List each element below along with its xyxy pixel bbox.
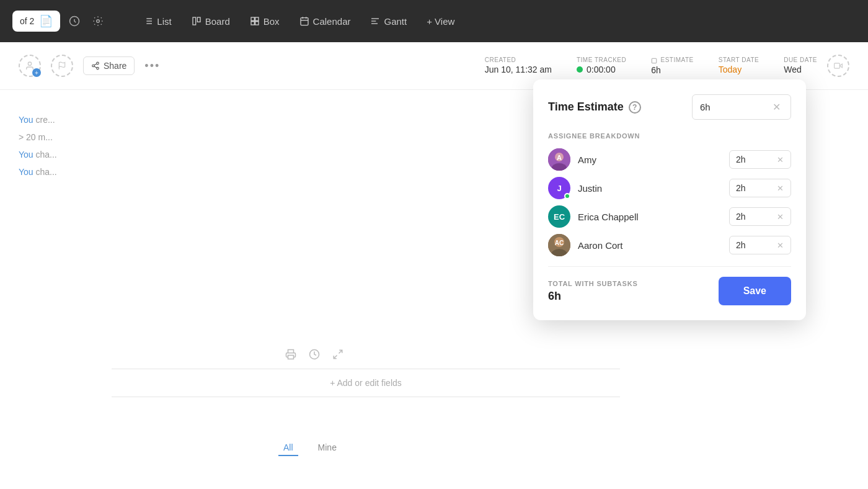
tab-all[interactable]: All — [278, 440, 298, 456]
svg-rect-30 — [288, 356, 294, 359]
nav-item-list[interactable]: List — [136, 12, 179, 30]
created-value: Jun 10, 11:32 am — [485, 65, 552, 74]
popup-title-text: Time Estimate — [548, 101, 624, 114]
svg-line-26 — [94, 66, 97, 68]
assignee-avatar-justin-wrap: J — [548, 177, 570, 199]
popup-header: Time Estimate ? ✕ — [548, 94, 791, 120]
toolbar-meta: CREATED Jun 10, 11:32 am TIME TRACKED 0:… — [485, 56, 817, 74]
svg-point-24 — [92, 65, 95, 67]
timer-dot — [577, 66, 583, 73]
svg-point-25 — [97, 67, 99, 70]
nav-box-label: Box — [264, 16, 280, 27]
start-date-meta: START DATE Today — [719, 56, 759, 74]
assignee-input-justin[interactable] — [736, 183, 773, 193]
svg-rect-12 — [251, 22, 254, 25]
activity-you-1: You — [19, 115, 33, 125]
nav-item-box[interactable]: Box — [242, 12, 287, 30]
add-edit-fields-button[interactable]: + Add or edit fields — [112, 369, 620, 397]
svg-rect-28 — [652, 58, 657, 63]
popup-title: Time Estimate ? — [548, 101, 641, 114]
assignee-input-erica[interactable] — [736, 212, 773, 222]
svg-rect-14 — [301, 18, 308, 25]
time-tracked-label: TIME TRACKED — [577, 56, 626, 63]
document-icon: 📄 — [39, 14, 53, 28]
nav-gantt-label: Gantt — [384, 16, 407, 27]
assignee-avatar-add[interactable]: + — [19, 55, 41, 77]
top-navigation: of 2 📄 List Board Box Calendar Gantt + V… — [0, 0, 868, 42]
assignee-input-wrap-justin[interactable]: ✕ — [729, 179, 791, 197]
expand-icon[interactable] — [332, 349, 343, 363]
nav-item-gantt[interactable]: Gantt — [363, 12, 414, 30]
assignee-input-aaron[interactable] — [736, 240, 773, 250]
assignee-clear-amy[interactable]: ✕ — [777, 155, 784, 164]
svg-point-21 — [28, 62, 31, 65]
justin-online-indicator — [564, 193, 570, 199]
save-button[interactable]: Save — [719, 277, 791, 305]
svg-point-1 — [97, 20, 100, 23]
time-estimate-popup: Time Estimate ? ✕ ASSIGNEE BREAKDOWN A A… — [533, 79, 806, 320]
assignee-breakdown-label: ASSIGNEE BREAKDOWN — [548, 132, 791, 140]
assignee-clear-aaron[interactable]: ✕ — [777, 241, 784, 250]
svg-text:A: A — [557, 154, 562, 161]
estimate-label: ESTIMATE — [651, 56, 694, 63]
due-date-meta: DUE DATE Wed — [784, 56, 817, 74]
svg-rect-11 — [255, 17, 258, 20]
assignee-name-amy: Amy — [578, 155, 722, 165]
estimate-input-container[interactable]: ✕ — [692, 94, 791, 120]
aaron-avatar-svg: AC — [548, 234, 570, 256]
estimate-clear-button[interactable]: ✕ — [770, 99, 783, 115]
print-icon[interactable] — [285, 349, 296, 363]
assignee-avatar-aaron: AC — [548, 234, 570, 256]
assignee-row-erica: EC Erica Chappell ✕ — [548, 205, 791, 228]
nav-item-calendar[interactable]: Calendar — [292, 12, 358, 30]
help-icon[interactable]: ? — [629, 101, 641, 114]
nav-icon-btn-2[interactable] — [89, 12, 107, 30]
svg-rect-9 — [197, 17, 200, 22]
assignee-name-justin: Justin — [578, 183, 722, 194]
assignee-row-justin: J Justin ✕ — [548, 177, 791, 199]
start-date-value: Today — [719, 65, 759, 74]
page-indicator[interactable]: of 2 📄 — [12, 11, 60, 32]
assignee-input-amy[interactable] — [736, 155, 773, 164]
share-label: Share — [104, 61, 126, 71]
total-section: TOTAL WITH SUBTASKS 6h — [548, 280, 638, 303]
flag-button[interactable] — [51, 55, 73, 77]
created-meta: CREATED Jun 10, 11:32 am — [485, 56, 552, 74]
estimate-meta[interactable]: ESTIMATE 6h — [651, 56, 694, 74]
svg-rect-8 — [193, 17, 196, 25]
assignee-clear-erica[interactable]: ✕ — [777, 212, 784, 222]
due-date-value: Wed — [784, 65, 817, 74]
tab-mine[interactable]: Mine — [313, 440, 342, 456]
svg-rect-13 — [255, 22, 258, 25]
assignee-input-wrap-erica[interactable]: ✕ — [729, 207, 791, 226]
nav-calendar-label: Calendar — [313, 16, 351, 27]
page-indicator-text: of 2 — [20, 16, 34, 26]
nav-item-board[interactable]: Board — [184, 12, 237, 30]
assignee-avatar-amy: A — [548, 148, 570, 171]
history-icon[interactable] — [309, 349, 320, 363]
created-label: CREATED — [485, 56, 552, 63]
svg-point-23 — [97, 62, 99, 65]
camera-button[interactable] — [827, 55, 849, 77]
assignee-clear-justin[interactable]: ✕ — [777, 184, 784, 193]
action-icons — [285, 349, 343, 363]
activity-you-3: You — [19, 150, 33, 159]
total-value: 6h — [548, 290, 638, 303]
svg-rect-29 — [835, 63, 840, 68]
svg-line-27 — [94, 64, 97, 65]
nav-list-label: List — [157, 16, 171, 27]
assignee-input-wrap-amy[interactable]: ✕ — [729, 150, 791, 169]
assignee-input-wrap-aaron[interactable]: ✕ — [729, 236, 791, 254]
estimate-main-input[interactable] — [700, 102, 765, 112]
share-button[interactable]: Share — [83, 56, 135, 75]
svg-rect-10 — [251, 17, 254, 20]
total-label: TOTAL WITH SUBTASKS — [548, 280, 638, 287]
assignee-name-aaron: Aaron Cort — [578, 240, 722, 251]
more-options-button[interactable]: ••• — [144, 60, 160, 73]
due-date-label: DUE DATE — [784, 56, 817, 63]
assignee-avatar-erica: EC — [548, 205, 570, 228]
nav-icon-btn-1[interactable] — [65, 12, 84, 30]
time-tracked-meta[interactable]: TIME TRACKED 0:00:00 — [577, 56, 626, 74]
add-edit-fields-label: + Add or edit fields — [330, 378, 402, 388]
nav-item-add-view[interactable]: + View — [419, 12, 462, 30]
